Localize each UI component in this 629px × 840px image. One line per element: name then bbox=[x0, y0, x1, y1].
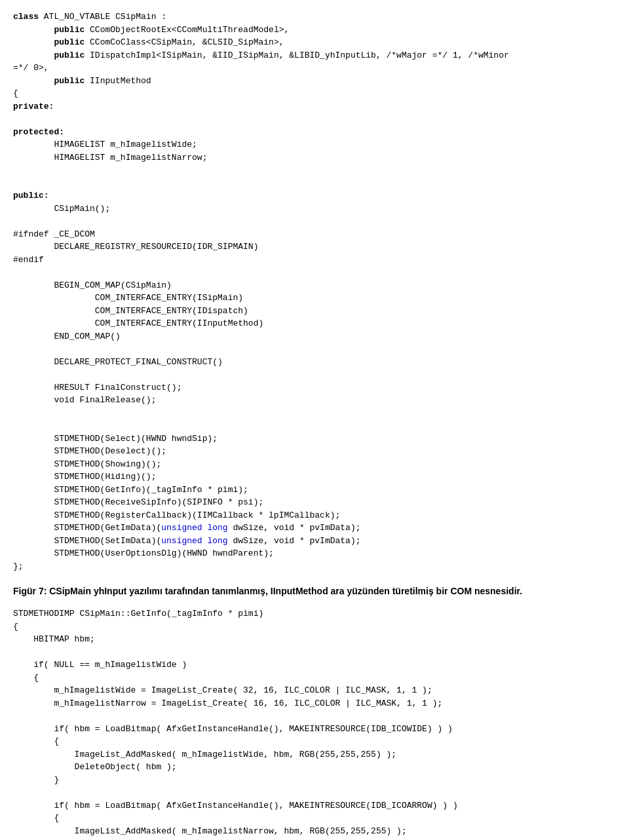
keyword-unsigned-2: unsigned long bbox=[161, 536, 227, 546]
keyword-public-3: public bbox=[54, 50, 85, 60]
caption-text: Figür 7: CSipMain yhInput yazılımı taraf… bbox=[13, 586, 522, 596]
code-section-2: STDMETHODIMP CSipMain::GetInfo(_tagImInf… bbox=[13, 607, 616, 840]
keyword-unsigned: unsigned long bbox=[161, 523, 227, 533]
figure-caption: Figür 7: CSipMain yhInput yazılımı taraf… bbox=[13, 584, 616, 598]
keyword-public-2: public bbox=[54, 37, 85, 47]
keyword-public-5: public: bbox=[13, 191, 49, 200]
code-section-1: class ATL_NO_VTABLE CSipMain : public CC… bbox=[13, 10, 616, 573]
code-text-2: STDMETHODIMP CSipMain::GetInfo(_tagImInf… bbox=[13, 607, 616, 840]
end-com-map: END_COM_MAP() bbox=[54, 332, 120, 341]
keyword-protected: protected: bbox=[13, 127, 64, 137]
keyword-private: private: bbox=[13, 102, 54, 111]
keyword-class: class bbox=[13, 12, 39, 22]
code-text-1: class ATL_NO_VTABLE CSipMain : public CC… bbox=[13, 10, 616, 573]
keyword-public-1: public bbox=[54, 25, 85, 35]
keyword-public-4: public bbox=[54, 76, 85, 86]
